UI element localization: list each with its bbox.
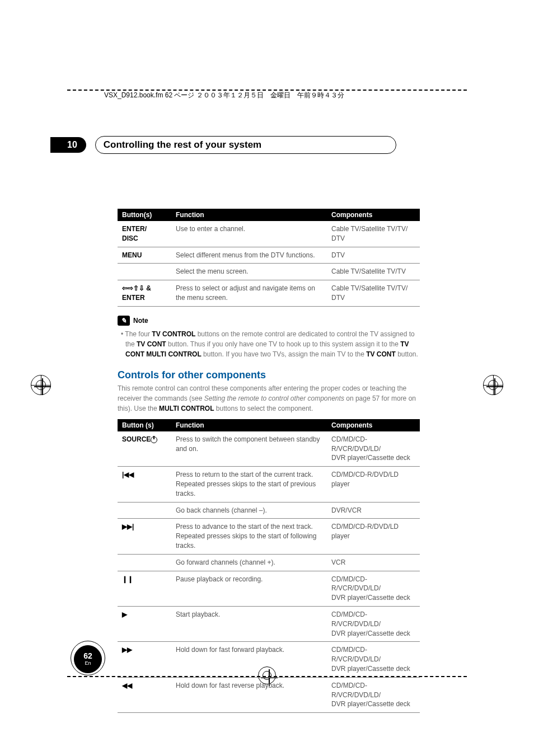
function-desc: Hold down for fast forward playback. bbox=[171, 642, 327, 677]
components: CD/MD/CD-R/DVD/LD player bbox=[327, 519, 420, 554]
table-row: ▶▶ Hold down for fast forward playback. … bbox=[118, 642, 420, 677]
registration-mark-left bbox=[31, 375, 51, 395]
table-row: SOURCE Press to switch the component bet… bbox=[118, 431, 420, 467]
table-header: Components bbox=[327, 209, 420, 221]
table-row: ⇦⇨⇧⇩ & ENTER Press to select or adjust a… bbox=[118, 280, 420, 307]
button-name: MENU bbox=[118, 247, 171, 264]
table-buttons-2: Button (s) Function Components SOURCE Pr… bbox=[118, 419, 420, 713]
function-desc: Use to enter a channel. bbox=[171, 221, 327, 247]
table-header: Function bbox=[171, 209, 327, 221]
page-language: En bbox=[85, 660, 91, 667]
table-row: MENU Select different menus from the DTV… bbox=[118, 247, 420, 264]
function-desc: Hold down for fast reverse playback. bbox=[171, 677, 327, 712]
note-header: ✎ Note bbox=[118, 316, 420, 326]
fast-reverse-icon: ◀◀ bbox=[118, 677, 171, 712]
function-desc: Select different menus from the DTV func… bbox=[171, 247, 327, 264]
next-track-icon: ▶▶| bbox=[118, 519, 171, 554]
table-row: Go back channels (channel –). DVR/VCR bbox=[118, 502, 420, 519]
components: Cable TV/Satellite TV/TV/ DTV bbox=[327, 280, 420, 307]
pencil-icon: ✎ bbox=[118, 316, 130, 326]
components: DVR/VCR bbox=[327, 502, 420, 519]
components: Cable TV/Satellite TV/TV/ DTV bbox=[327, 221, 420, 247]
table-header: Button (s) bbox=[118, 419, 171, 431]
components: CD/MD/CD-R/DVD/LD player bbox=[327, 467, 420, 502]
table-row: ENTER/ DISC Use to enter a channel. Cabl… bbox=[118, 221, 420, 247]
function-desc: Pause playback or recording. bbox=[171, 571, 327, 606]
components: CD/MD/CD-R/VCR/DVD/LD/ DVR player/Casset… bbox=[327, 642, 420, 677]
chapter-number: 10 bbox=[50, 137, 86, 153]
page-number-box: 62 En bbox=[74, 645, 96, 672]
registration-mark-right bbox=[483, 375, 503, 395]
function-desc: Select the menu screen. bbox=[171, 264, 327, 280]
components: DTV bbox=[327, 247, 420, 264]
function-desc: Press to switch the component between st… bbox=[171, 431, 327, 467]
function-desc: Press to select or adjust and navigate i… bbox=[171, 280, 327, 307]
page-number: 62 bbox=[83, 652, 92, 660]
table-row: Select the menu screen. Cable TV/Satelli… bbox=[118, 264, 420, 280]
components: CD/MD/CD-R/VCR/DVD/LD/ DVR player/Casset… bbox=[327, 431, 420, 467]
function-desc: Go forward channels (channel +). bbox=[171, 554, 327, 571]
note-label: Note bbox=[133, 317, 148, 325]
components: Cable TV/Satellite TV/TV bbox=[327, 264, 420, 280]
section-paragraph: This remote control can control these co… bbox=[118, 383, 420, 414]
components: CD/MD/CD-R/VCR/DVD/LD/ DVR player/Casset… bbox=[327, 571, 420, 606]
section-heading: Controls for other components bbox=[118, 369, 420, 381]
button-name bbox=[118, 502, 171, 519]
button-name: ⇦⇨⇧⇩ & ENTER bbox=[118, 280, 171, 307]
play-icon: ▶ bbox=[118, 606, 171, 641]
table-header: Button(s) bbox=[118, 209, 171, 221]
button-name bbox=[118, 554, 171, 571]
button-name: SOURCE bbox=[118, 431, 171, 467]
table-row: ❙❙ Pause playback or recording. CD/MD/CD… bbox=[118, 571, 420, 606]
button-name: ENTER/ DISC bbox=[118, 221, 171, 247]
table-row: ▶ Start playback. CD/MD/CD-R/VCR/DVD/LD/… bbox=[118, 606, 420, 641]
function-desc: Start playback. bbox=[171, 606, 327, 641]
table-header: Components bbox=[327, 419, 420, 431]
fast-forward-icon: ▶▶ bbox=[118, 642, 171, 677]
table-row: Go forward channels (channel +). VCR bbox=[118, 554, 420, 571]
button-name bbox=[118, 264, 171, 280]
table-row: |◀◀ Press to return to the start of the … bbox=[118, 467, 420, 502]
pause-icon: ❙❙ bbox=[118, 571, 171, 606]
function-desc: Press to return to the start of the curr… bbox=[171, 467, 327, 502]
prev-track-icon: |◀◀ bbox=[118, 467, 171, 502]
chapter-header: 10 Controlling the rest of your system bbox=[67, 137, 444, 153]
components: CD/MD/CD-R/VCR/DVD/LD/ DVR player/Casset… bbox=[327, 677, 420, 712]
note-body: • The four TV CONTROL buttons on the rem… bbox=[118, 329, 420, 359]
table-header: Function bbox=[171, 419, 327, 431]
function-desc: Go back channels (channel –). bbox=[171, 502, 327, 519]
table-row: ▶▶| Press to advance to the start of the… bbox=[118, 519, 420, 554]
function-desc: Press to advance to the start of the nex… bbox=[171, 519, 327, 554]
table-row: ◀◀ Hold down for fast reverse playback. … bbox=[118, 677, 420, 712]
power-icon bbox=[151, 436, 157, 443]
components: VCR bbox=[327, 554, 420, 571]
table-buttons-1: Button(s) Function Components ENTER/ DIS… bbox=[118, 209, 420, 307]
book-page-label: VSX_D912.book.fm 62 ページ ２００３年１２月５日 金曜日 午… bbox=[101, 91, 348, 100]
chapter-title: Controlling the rest of your system bbox=[104, 139, 261, 151]
components: CD/MD/CD-R/VCR/DVD/LD/ DVR player/Casset… bbox=[327, 606, 420, 641]
